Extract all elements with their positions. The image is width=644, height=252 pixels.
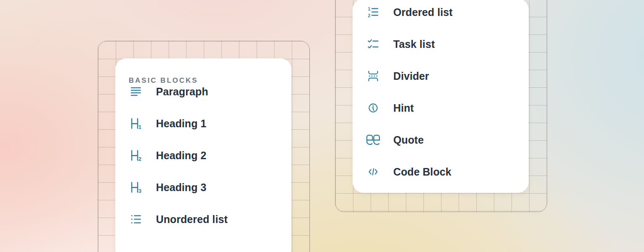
menu-item-label: Quote [393,134,424,146]
menu-item-code-block[interactable]: Code Block [366,165,515,178]
quote-icon [366,134,380,146]
code-block-icon [366,165,380,178]
heading-1-icon: 1 [129,117,143,130]
svg-text:3: 3 [138,188,141,194]
svg-text:1: 1 [138,124,141,130]
heading-2-icon: 2 [129,149,143,162]
menu-item-label: Code Block [393,166,452,178]
more-blocks-menu: 1 2 Ordered list Task list [353,0,529,193]
menu-item-unordered-list[interactable]: Unordered list [129,213,278,226]
basic-blocks-menu: BASIC BLOCKS Paragraph 1 Heading 1 [115,58,291,252]
menu-item-task-list[interactable]: Task list [366,37,515,51]
menu-item-label: Heading 1 [156,118,206,130]
section-label: BASIC BLOCKS [129,76,278,85]
menu-item-label: Ordered list [393,6,453,18]
menu-item-ordered-list[interactable]: 1 2 Ordered list [366,5,515,19]
heading-3-icon: 3 [129,181,143,194]
menu-item-divider[interactable]: Divider [366,69,515,83]
svg-text:2: 2 [138,156,141,162]
menu-item-label: Divider [393,70,429,82]
menu-item-heading-2[interactable]: 2 Heading 2 [129,149,278,162]
menu-item-hint[interactable]: Hint [366,101,515,115]
ordered-list-icon: 1 2 [366,6,380,18]
menu-item-label: Paragraph [156,86,208,98]
editor-blocks-hero: BASIC BLOCKS Paragraph 1 Heading 1 [0,0,644,252]
menu-item-heading-3[interactable]: 3 Heading 3 [129,181,278,194]
svg-text:1: 1 [368,6,371,11]
menu-item-heading-1[interactable]: 1 Heading 1 [129,117,278,130]
svg-text:2: 2 [368,13,371,18]
menu-item-label: Heading 3 [156,181,206,194]
menu-item-paragraph[interactable]: Paragraph [129,85,278,98]
menu-item-label: Heading 2 [156,150,206,162]
hint-icon [366,102,380,114]
paragraph-icon [129,85,143,98]
menu-item-quote[interactable]: Quote [366,133,515,147]
task-list-icon [366,38,380,50]
menu-item-label: Task list [393,38,435,50]
unordered-list-icon [129,213,143,226]
divider-icon [366,70,380,82]
menu-item-label: Unordered list [156,213,228,226]
menu-item-label: Hint [393,102,414,114]
